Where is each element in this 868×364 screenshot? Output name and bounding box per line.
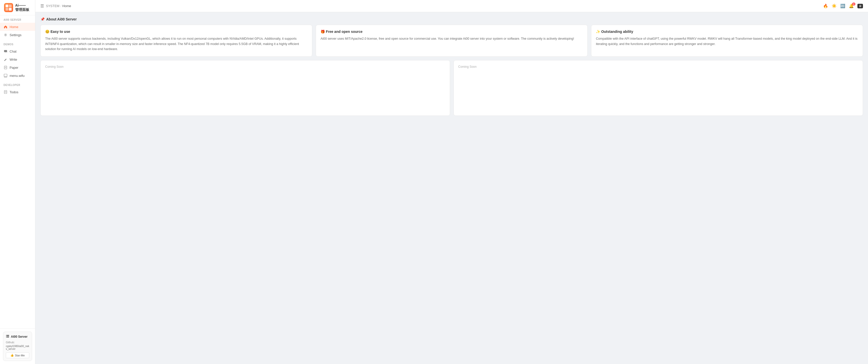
breadcrumb-separator: / xyxy=(60,4,61,8)
logo-text: Ai—— 管理面板 xyxy=(15,3,29,12)
coming-soon-label-left: Coming Soon xyxy=(45,65,445,68)
topbar: ☰ SYSTEM / Home 🔥 ☀️ 🔤 🔔 2 🖥 xyxy=(35,0,868,12)
github-label: Github: xyxy=(6,341,29,344)
sidebar-item-paper[interactable]: Paper xyxy=(0,63,35,72)
logo-icon xyxy=(4,3,13,12)
chat-nav-icon xyxy=(3,49,7,53)
paper-label: Paper xyxy=(9,66,19,69)
svg-point-16 xyxy=(6,335,7,336)
coming-soon-row: Coming Soon Coming Soon xyxy=(40,60,863,116)
coming-soon-card-left: Coming Soon xyxy=(40,60,450,116)
sidebar-item-menu-wifu[interactable]: menu.wifu xyxy=(0,72,35,80)
monitor-icon[interactable]: 🖥 xyxy=(858,4,863,8)
svg-rect-9 xyxy=(4,74,7,77)
card-body-1: Ai00 server uses MIT/Apache2.0 license, … xyxy=(320,36,583,41)
content-area: 📌 About Ai00 Server 😊 Easy to useThe Ai0… xyxy=(35,12,868,364)
main-area: ☰ SYSTEM / Home 🔥 ☀️ 🔤 🔔 2 🖥 📌 About Ai0… xyxy=(35,0,868,364)
breadcrumb: SYSTEM / Home xyxy=(46,4,71,8)
notification-badge: 2 xyxy=(852,2,856,5)
paper-nav-icon xyxy=(3,65,7,69)
breadcrumb-home: Home xyxy=(62,4,71,8)
svg-rect-6 xyxy=(4,66,7,69)
todos-label: Todos xyxy=(9,90,19,94)
write-label: Write xyxy=(9,58,17,61)
card-title-0: 😊 Easy to use xyxy=(45,30,307,34)
notification-bell[interactable]: 🔔 2 xyxy=(849,3,854,8)
logo-area: Ai—— 管理面板 xyxy=(0,0,35,16)
settings-label: Settings xyxy=(9,33,22,37)
nav-section-label: DEVELOPER xyxy=(0,84,35,88)
settings-nav-icon xyxy=(3,33,7,37)
todos-nav-icon xyxy=(3,90,7,94)
sidebar-item-chat[interactable]: Chat xyxy=(0,47,35,55)
breadcrumb-system: SYSTEM xyxy=(46,4,59,8)
card-title-2: ✨ Outstanding ability xyxy=(596,30,858,34)
card-title-1: 🎁 Free and open source xyxy=(320,30,583,34)
svg-point-17 xyxy=(6,337,7,337)
github-link[interactable]: cgskyl1980/ai00_rwkv_server xyxy=(6,345,29,351)
topbar-left: ☰ SYSTEM / Home xyxy=(40,3,71,8)
svg-rect-3 xyxy=(9,8,11,10)
star-me-button[interactable]: 👍 Star-Me xyxy=(6,353,29,358)
menu-icon[interactable]: ☰ xyxy=(40,3,44,8)
about-header: 📌 About Ai00 Server xyxy=(40,17,863,21)
sun-icon[interactable]: ☀️ xyxy=(832,3,837,8)
sidebar-item-todos[interactable]: Todos xyxy=(0,88,35,96)
sidebar-bottom: AI00 Server Github: cgskyl1980/ai00_rwkv… xyxy=(0,328,35,364)
home-label: Home xyxy=(9,25,19,29)
sidebar-item-home[interactable]: Home xyxy=(0,23,35,31)
svg-rect-1 xyxy=(9,4,11,7)
nav-sections: AI00 SERVERHomeSettingsDEMOSChatWritePap… xyxy=(0,16,35,97)
feature-card-0: 😊 Easy to useThe Ai00 server supports va… xyxy=(40,25,312,57)
nav-section-developer: DEVELOPERTodos xyxy=(0,81,35,97)
svg-point-4 xyxy=(5,34,6,35)
sidebar-item-settings[interactable]: Settings xyxy=(0,31,35,39)
home-nav-icon xyxy=(3,25,7,29)
fire-icon[interactable]: 🔥 xyxy=(823,3,828,8)
topbar-right: 🔥 ☀️ 🔤 🔔 2 🖥 xyxy=(823,3,863,8)
nav-section-label: AI00 SERVER xyxy=(0,19,35,23)
bottom-card-title: AI00 Server xyxy=(6,334,29,339)
svg-rect-11 xyxy=(4,90,7,93)
nav-section-demos: DEMOSChatWritePapermenu.wifu xyxy=(0,40,35,81)
chat-label: Chat xyxy=(9,50,17,53)
svg-rect-2 xyxy=(5,8,8,10)
coming-soon-card-right: Coming Soon xyxy=(454,60,863,116)
pin-icon: 📌 xyxy=(40,17,45,21)
sidebar-item-write[interactable]: Write xyxy=(0,55,35,63)
bottom-card: AI00 Server Github: cgskyl1980/ai00_rwkv… xyxy=(3,332,32,361)
server-icon xyxy=(6,334,9,339)
write-nav-icon xyxy=(3,57,7,61)
menu-wifu-nav-icon xyxy=(3,74,7,78)
feature-card-2: ✨ Outstanding abilityCompatible with the… xyxy=(591,25,863,57)
coming-soon-label-right: Coming Soon xyxy=(458,65,859,68)
translate-icon[interactable]: 🔤 xyxy=(840,3,845,8)
sidebar: Ai—— 管理面板 AI00 SERVERHomeSettingsDEMOSCh… xyxy=(0,0,35,364)
svg-rect-0 xyxy=(5,4,8,7)
nav-section-label: DEMOS xyxy=(0,43,35,47)
menu-wifu-label: menu.wifu xyxy=(9,74,25,78)
svg-rect-5 xyxy=(4,50,7,52)
nav-section-ai00-server: AI00 SERVERHomeSettings xyxy=(0,16,35,40)
feature-card-1: 🎁 Free and open sourceAi00 server uses M… xyxy=(316,25,588,57)
card-body-0: The Ai00 server supports various backend… xyxy=(45,36,307,52)
feature-cards-row: 😊 Easy to useThe Ai00 server supports va… xyxy=(40,25,863,57)
card-body-2: Compatible with the API interface of cha… xyxy=(596,36,858,47)
thumbsup-icon: 👍 xyxy=(10,354,14,357)
